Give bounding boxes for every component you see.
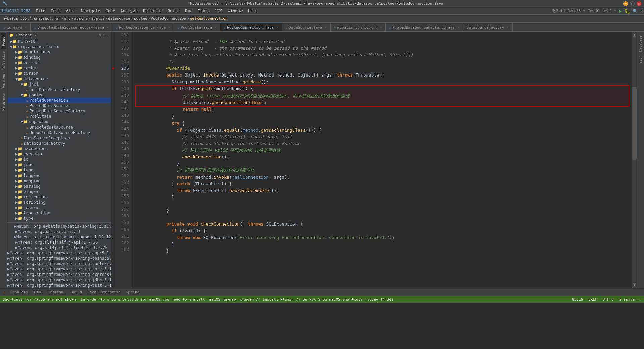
tree-cursor[interactable]: ▶ 📁 cursor: [7, 71, 111, 76]
bc-jar[interactable]: mybatis-3.5.4-snapshot.jar: [3, 16, 60, 21]
tree-ds-exception[interactable]: ☕ DataSourceException: [7, 135, 111, 141]
menu-file[interactable]: File: [33, 8, 48, 14]
bc-org[interactable]: org: [64, 16, 71, 21]
bottom-tab-problems[interactable]: Problems: [10, 290, 28, 294]
menu-run[interactable]: Run: [182, 8, 195, 14]
tree-logging[interactable]: ▶ 📁 logging: [7, 173, 111, 178]
maven-slf4j-log4j[interactable]: ▶ Maven: org.slf4j:slf4j-log4j12:1.7.25: [7, 245, 111, 250]
maven-spring-beans[interactable]: ▶ Maven: org.springframework:spring-bean…: [7, 256, 111, 261]
bc-datasource[interactable]: datasource: [108, 16, 130, 21]
tree-jndi[interactable]: ▼ 📁 jndi: [7, 82, 111, 87]
tree-ds-factory[interactable]: ☕ DataSourceFactory: [7, 141, 111, 146]
tab-datasource[interactable]: ☕ DataSource.java ×: [282, 23, 330, 31]
tree-scripting[interactable]: ▶ 📁 scripting: [7, 200, 111, 205]
tree-plugin[interactable]: ▶ 📁 plugin: [7, 189, 111, 194]
tab-close[interactable]: ×: [168, 26, 170, 29]
tab-close[interactable]: ×: [25, 26, 27, 29]
tree-pooledconn[interactable]: ☕ PooledConnection: [7, 98, 111, 103]
tab-close[interactable]: ×: [325, 26, 327, 29]
database-tab[interactable]: Database: [638, 33, 643, 54]
code-content[interactable]: * @param method - the method to be execu…: [132, 32, 632, 288]
scroll-thumb[interactable]: [632, 87, 637, 160]
menu-analyze[interactable]: Analyze: [118, 8, 141, 14]
code-area[interactable]: ● 231 232 233 234 235 236 237 238 239 24…: [111, 32, 637, 288]
menu-tools[interactable]: Tools: [195, 8, 213, 14]
bottom-tab-spring[interactable]: Spring: [126, 290, 140, 294]
menu-edit[interactable]: Edit: [48, 8, 63, 14]
tab-close[interactable]: ×: [215, 26, 217, 29]
scrollbar[interactable]: ▲ ▼: [632, 32, 637, 288]
tab-close[interactable]: ×: [276, 26, 278, 29]
maven-lombok[interactable]: ▶ Maven: org.projectlombok:lombok:1.18.1…: [7, 234, 111, 240]
bc-pooled[interactable]: pooled: [134, 16, 147, 21]
tree-builder[interactable]: ▶ 📁 builder: [7, 60, 111, 65]
tab-pooled-ds-factory[interactable]: ☕ PooledDataSourceFactory.java ×: [386, 23, 463, 31]
scroll-up[interactable]: ▲: [632, 32, 637, 38]
maven-spring-test[interactable]: ▶ Maven: org.springframework:spring-test…: [7, 283, 111, 288]
run-button[interactable]: ▶: [619, 8, 622, 14]
tab-unpooled-factory[interactable]: ☕ UnpooledDataSourceFactory.java ×: [31, 23, 112, 31]
tree-pooled-ds[interactable]: ☕ PooledDataSource: [7, 103, 111, 108]
git-tab[interactable]: Git: [638, 55, 643, 66]
tab-close[interactable]: ×: [507, 26, 509, 29]
settings-button[interactable]: ⚙: [640, 9, 643, 13]
indent[interactable]: 2 space...: [619, 297, 641, 302]
tab-pooledconn[interactable]: ☕ PooledConnection.java ×: [220, 23, 282, 31]
tree-jdbc[interactable]: ▶ 📁 jdbc: [7, 162, 111, 167]
menu-help[interactable]: Help: [245, 8, 260, 14]
tree-exceptions[interactable]: ▶ 📁 exceptions: [7, 146, 111, 151]
tree-lang[interactable]: ▶ 📁 lang: [7, 167, 111, 173]
menu-window[interactable]: Window: [225, 8, 245, 14]
tab-close[interactable]: ×: [380, 26, 382, 29]
favorites-tab[interactable]: Favorites: [1, 71, 6, 91]
tree-binding[interactable]: ▶ 📁 binding: [7, 55, 111, 60]
maven-mybatis-spring[interactable]: ▶ Maven: org.mybatis:mybatis-spring:2.0.…: [7, 223, 111, 229]
bc-ibatis[interactable]: ibatis: [91, 16, 105, 21]
bc-pooledconn[interactable]: PooledConnection: [151, 16, 186, 21]
project-selector[interactable]: MyBatisDemo03 ▾: [552, 9, 585, 13]
bottom-tab-terminal[interactable]: Terminal: [48, 290, 65, 294]
minimize-button[interactable]: −: [623, 1, 628, 6]
charset[interactable]: UTF-8: [603, 297, 614, 302]
tree-meta-inf[interactable]: ▶ 📁 META-INF: [7, 39, 111, 44]
close-button[interactable]: ×: [637, 1, 641, 6]
tree-io[interactable]: ▶ 📁 io: [7, 157, 111, 162]
line-col[interactable]: 85:16: [572, 297, 583, 302]
bc-apache[interactable]: apache: [74, 16, 88, 21]
maven-spring-context[interactable]: ▶ Maven: org.springframework:spring-cont…: [7, 261, 111, 266]
bottom-tab-java-enterprise[interactable]: Java Enterprise: [87, 290, 120, 294]
tree-unpooled[interactable]: ▼ 📁 unpooled: [7, 119, 111, 124]
tree-pooled[interactable]: ▼ 📁 pooled: [7, 92, 111, 98]
tree-cache[interactable]: ▶ 📁 cache: [7, 65, 111, 71]
tree-transaction[interactable]: ▶ 📁 transaction: [7, 210, 111, 216]
bc-method[interactable]: getRealConnection: [190, 16, 228, 21]
menu-build[interactable]: Build: [165, 8, 182, 14]
bottom-tab-build[interactable]: Build: [71, 290, 82, 294]
tree-parsing[interactable]: ▶ 📁 parsing: [7, 184, 111, 189]
maximize-button[interactable]: □: [630, 1, 635, 6]
menu-navigate[interactable]: Navigate: [78, 8, 103, 14]
tree-pooled-ds-factory[interactable]: ☕ PooledDataSourceFactory: [7, 108, 111, 114]
tree-annotations[interactable]: ▶ 📁 annotations: [7, 49, 111, 55]
tree-type[interactable]: ▶ 📁 type: [7, 216, 111, 221]
tab-poolstate[interactable]: ☕ PoolState.java ×: [174, 23, 220, 31]
scroll-track[interactable]: [632, 38, 637, 281]
scroll-down[interactable]: ▼: [632, 281, 637, 288]
tree-org-apache[interactable]: ▼ 📁 org.apache.ibatis: [7, 44, 111, 49]
search-everywhere[interactable]: 🔍: [633, 9, 638, 13]
tree-mapping[interactable]: ▶ 📁 mapping: [7, 178, 111, 184]
menu-refactor[interactable]: Refactor: [140, 8, 165, 14]
bottom-tab-todo[interactable]: TODO: [34, 290, 43, 294]
tab-s-java[interactable]: ☕ …s.java ×: [0, 23, 31, 31]
tree-unpooled-ds-factory[interactable]: ☕ UnpooledDataSourceFactory: [7, 130, 111, 135]
tab-close[interactable]: ×: [457, 26, 459, 29]
tab-datasource-factory[interactable]: DataSourceFactory ×: [463, 23, 513, 31]
tab-pooled-ds[interactable]: ☕ PooledDataSource.java ×: [112, 23, 174, 31]
persistence-tab[interactable]: Persistence: [1, 91, 6, 113]
maven-spring-jdbc[interactable]: ▶ Maven: org.springframework:spring-jdbc…: [7, 277, 111, 283]
tree-datasource[interactable]: ▼ 📁 datasource: [7, 76, 111, 82]
menu-vcs[interactable]: VCS: [213, 8, 225, 14]
maven-spring-expr[interactable]: ▶ Maven: org.springframework:spring-expr…: [7, 272, 111, 277]
menu-code[interactable]: Code: [103, 8, 118, 14]
structure-tab[interactable]: 2: Structure: [1, 49, 6, 71]
